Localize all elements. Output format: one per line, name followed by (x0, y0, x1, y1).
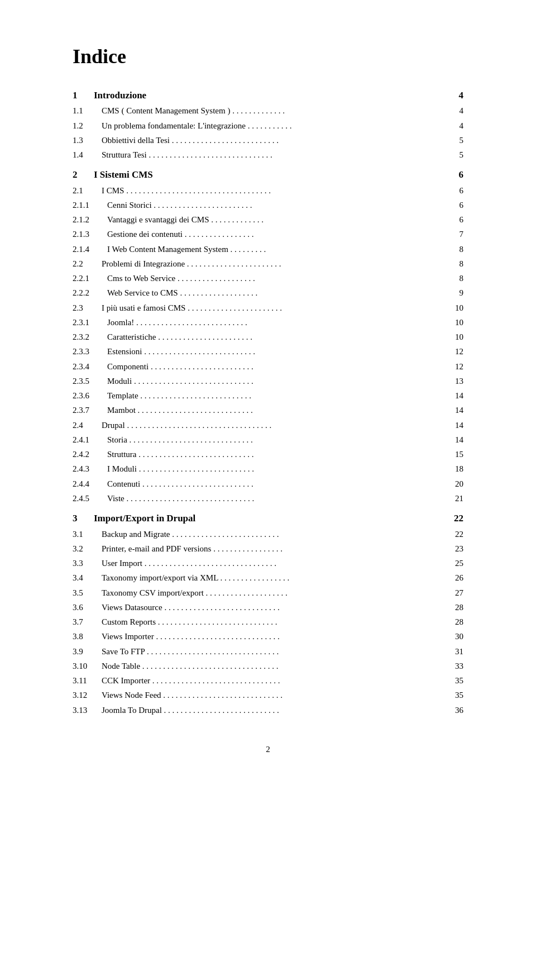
entry-page: 10 (447, 316, 463, 329)
entry-page: 4 (447, 88, 463, 103)
entry-label: Template . . . . . . . . . . . . . . . .… (107, 389, 463, 402)
entry-text: Estensioni . . . . . . . . . . . . . . .… (107, 345, 255, 358)
toc-entry: 3.3User Import . . . . . . . . . . . . .… (73, 557, 463, 570)
bottom-page-number: 2 (73, 745, 463, 754)
entry-label: Gestione dei contenuti . . . . . . . . .… (107, 228, 463, 241)
entry-number: 2.3 (73, 302, 102, 315)
entry-number: 1.3 (73, 134, 102, 147)
entry-text: Cenni Storici . . . . . . . . . . . . . … (107, 199, 252, 212)
entry-label: I più usati e famosi CMS . . . . . . . .… (102, 302, 463, 315)
entry-label: Cenni Storici . . . . . . . . . . . . . … (107, 199, 463, 212)
toc-entry: 2.1I CMS . . . . . . . . . . . . . . . .… (73, 184, 463, 197)
entry-number: 2.3.3 (73, 345, 107, 358)
toc-entry: 1.1CMS ( Content Management System ) . .… (73, 104, 463, 117)
entry-number: 2.4.3 (73, 463, 107, 475)
entry-page: 5 (447, 134, 463, 147)
toc-entry: 1Introduzione4 (73, 88, 463, 103)
entry-label: Vantaggi e svantaggi dei CMS . . . . . .… (107, 213, 463, 226)
entry-page: 35 (447, 689, 463, 702)
entry-page: 6 (447, 213, 463, 226)
entry-page: 23 (447, 543, 463, 555)
entry-label: Printer, e-mail and PDF versions . . . .… (102, 543, 463, 555)
entry-page: 6 (447, 184, 463, 197)
entry-text: Obbiettivi della Tesi . . . . . . . . . … (102, 134, 279, 147)
entry-number: 2.3.6 (73, 389, 107, 402)
entry-text: I Moduli . . . . . . . . . . . . . . . .… (107, 463, 254, 475)
entry-text: CCK Importer . . . . . . . . . . . . . .… (102, 674, 280, 687)
entry-text: Cms to Web Service . . . . . . . . . . .… (107, 272, 255, 285)
entry-page: 25 (447, 557, 463, 570)
toc-entry: 3.12Views Node Feed . . . . . . . . . . … (73, 689, 463, 702)
toc-entry: 3.10Node Table . . . . . . . . . . . . .… (73, 660, 463, 673)
entry-text: Gestione dei contenuti . . . . . . . . .… (107, 228, 253, 241)
entry-text: Vantaggi e svantaggi dei CMS . . . . . .… (107, 213, 264, 226)
toc-entry: 2.4.4Contenuti . . . . . . . . . . . . .… (73, 478, 463, 491)
entry-text: Save To FTP . . . . . . . . . . . . . . … (102, 645, 279, 658)
entry-text: Moduli . . . . . . . . . . . . . . . . .… (107, 375, 253, 388)
entry-label: Viste . . . . . . . . . . . . . . . . . … (107, 492, 463, 505)
entry-page: 14 (447, 404, 463, 417)
entry-number: 3.10 (73, 660, 102, 673)
entry-number: 1 (73, 88, 94, 103)
entry-page: 14 (447, 389, 463, 402)
toc-entry: 2.3.4Componenti . . . . . . . . . . . . … (73, 360, 463, 373)
entry-text: Contenuti . . . . . . . . . . . . . . . … (107, 478, 253, 491)
entry-page: 30 (447, 630, 463, 643)
entry-label: Contenuti . . . . . . . . . . . . . . . … (107, 478, 463, 491)
entry-number: 2.2.1 (73, 272, 107, 285)
entry-page: 22 (447, 511, 463, 526)
entry-text: Problemi di Integrazione . . . . . . . .… (102, 258, 281, 270)
toc-entry: 2I Sistemi CMS6 (73, 168, 463, 182)
entry-page: 28 (447, 601, 463, 614)
entry-text: Template . . . . . . . . . . . . . . . .… (107, 389, 251, 402)
entry-page: 15 (447, 448, 463, 461)
entry-label: Struttura Tesi . . . . . . . . . . . . .… (102, 149, 463, 161)
entry-page: 26 (447, 572, 463, 584)
entry-label: CMS ( Content Management System ) . . . … (102, 104, 463, 117)
toc-container: 1Introduzione41.1CMS ( Content Managemen… (73, 88, 463, 717)
entry-number: 2.2 (73, 258, 102, 270)
entry-page: 21 (447, 492, 463, 505)
toc-entry: 3.2Printer, e-mail and PDF versions . . … (73, 543, 463, 555)
entry-text: I Sistemi CMS (94, 168, 153, 182)
entry-label: Taxonomy import/export via XML . . . . .… (102, 572, 463, 584)
entry-text: Mambot . . . . . . . . . . . . . . . . .… (107, 404, 253, 417)
entry-page: 22 (447, 528, 463, 541)
entry-page: 4 (447, 120, 463, 132)
entry-text: Taxonomy CSV import/export . . . . . . .… (102, 587, 288, 600)
entry-number: 3.13 (73, 704, 102, 717)
entry-number: 3.4 (73, 572, 102, 584)
entry-number: 3.5 (73, 587, 102, 600)
entry-text: Componenti . . . . . . . . . . . . . . .… (107, 360, 253, 373)
toc-entry: 2.3.1Joomla! . . . . . . . . . . . . . .… (73, 316, 463, 329)
toc-entry: 2.4.2Struttura . . . . . . . . . . . . .… (73, 448, 463, 461)
entry-number: 2.1.2 (73, 213, 107, 226)
entry-label: Obbiettivi della Tesi . . . . . . . . . … (102, 134, 463, 147)
toc-entry: 2.1.4I Web Content Management System . .… (73, 243, 463, 256)
entry-page: 8 (447, 243, 463, 256)
toc-entry: 2.4.3I Moduli . . . . . . . . . . . . . … (73, 463, 463, 475)
entry-page: 33 (447, 660, 463, 673)
entry-number: 2.4.4 (73, 478, 107, 491)
entry-page: 31 (447, 645, 463, 658)
entry-text: Views Datasource . . . . . . . . . . . .… (102, 601, 280, 614)
entry-label: Views Importer . . . . . . . . . . . . .… (102, 630, 463, 643)
entry-text: I CMS . . . . . . . . . . . . . . . . . … (102, 184, 271, 197)
toc-entry: 3.9Save To FTP . . . . . . . . . . . . .… (73, 645, 463, 658)
entry-number: 2.1.4 (73, 243, 107, 256)
entry-label: Joomla To Drupal . . . . . . . . . . . .… (102, 704, 463, 717)
toc-entry: 2.2.2Web Service to CMS . . . . . . . . … (73, 287, 463, 299)
entry-number: 3.1 (73, 528, 102, 541)
toc-entry: 3.11CCK Importer . . . . . . . . . . . .… (73, 674, 463, 687)
entry-number: 3 (73, 511, 94, 526)
entry-label: Un problema fondamentale: L'integrazione… (102, 120, 463, 132)
entry-number: 2 (73, 168, 94, 182)
entry-text: Node Table . . . . . . . . . . . . . . .… (102, 660, 279, 673)
entry-text: Storia . . . . . . . . . . . . . . . . .… (107, 434, 253, 446)
entry-number: 2.1.3 (73, 228, 107, 241)
toc-entry: 2.1.3Gestione dei contenuti . . . . . . … (73, 228, 463, 241)
entry-text: Printer, e-mail and PDF versions . . . .… (102, 543, 283, 555)
entry-page: 12 (447, 360, 463, 373)
entry-label: Storia . . . . . . . . . . . . . . . . .… (107, 434, 463, 446)
entry-number: 2.3.4 (73, 360, 107, 373)
